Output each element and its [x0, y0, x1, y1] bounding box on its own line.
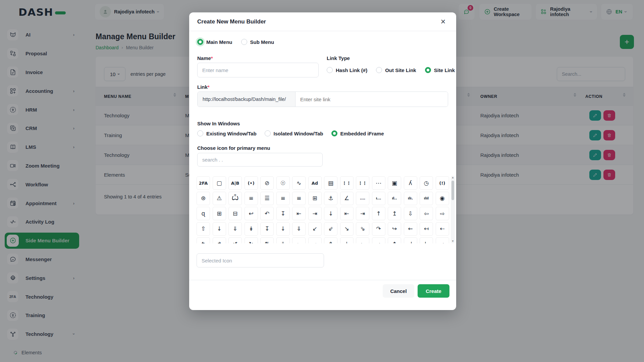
- site-link-input[interactable]: [296, 92, 448, 107]
- archive-icon-tile[interactable]: ⊟: [228, 207, 242, 220]
- ad-2-icon-tile[interactable]: ▤: [324, 176, 337, 190]
- arrow-narrow-up-icon-tile[interactable]: ↑: [388, 237, 401, 243]
- arrow-big-down-icon-tile[interactable]: ⇩: [404, 207, 417, 220]
- radio-option-sub-menu[interactable]: Sub Menu: [241, 39, 274, 45]
- antenna-bars-4-icon-tile[interactable]: ılı.: [404, 192, 417, 205]
- radio-option-existing-window-tab[interactable]: Existing Window/Tab: [197, 130, 257, 136]
- radio-icon[interactable]: [376, 67, 382, 73]
- arrow-right-icon-tile[interactable]: →: [436, 237, 449, 243]
- arrow-forward-icon-tile[interactable]: ↷: [372, 222, 385, 236]
- arrow-back-icon-tile[interactable]: ↩: [245, 207, 258, 220]
- radio-icon[interactable]: [241, 39, 247, 45]
- alert-circle-icon-tile[interactable]: (!): [436, 176, 449, 190]
- antenna-bars-2-icon-tile[interactable]: ı...: [372, 192, 385, 205]
- radio-icon[interactable]: [265, 130, 271, 136]
- arrow-bar-down-icon-tile[interactable]: ↧: [276, 207, 290, 220]
- scrollbar-thumb[interactable]: [451, 181, 454, 200]
- adjustments-alt-icon-tile[interactable]: ⋮⋮: [356, 176, 369, 190]
- anchor-icon-tile[interactable]: ⚓: [324, 192, 337, 205]
- radio-option-main-menu[interactable]: Main Menu: [197, 39, 232, 45]
- arrow-down-right-circle-icon-tile[interactable]: ⇘: [356, 222, 369, 236]
- arrow-bar-to-right-icon-tile[interactable]: ⇥: [356, 207, 369, 220]
- close-icon[interactable]: ×: [437, 16, 449, 27]
- radio-icon[interactable]: [327, 67, 333, 73]
- antenna-bars-3-icon-tile[interactable]: ıl..: [388, 192, 401, 205]
- arrow-bottom-circle-icon-tile[interactable]: ⇓: [228, 222, 242, 236]
- radio-icon[interactable]: [197, 130, 203, 136]
- name-input[interactable]: [197, 63, 319, 77]
- arrow-down-circle-icon-tile[interactable]: ⇓: [292, 222, 306, 236]
- ad-icon-tile[interactable]: Ad: [308, 176, 322, 190]
- create-button[interactable]: Create: [418, 284, 449, 298]
- arrow-left-icon-tile[interactable]: ←: [404, 222, 417, 236]
- align-justified-icon-tile[interactable]: ☰: [260, 192, 274, 205]
- radio-option-embedded-iframe[interactable]: Embedded iFrame: [331, 130, 384, 136]
- arrow-left-bar-icon-tile[interactable]: ↤: [420, 222, 433, 236]
- arrow-bottom-bar-icon-tile[interactable]: ↓: [213, 222, 226, 236]
- arrow-bar-up-icon-tile[interactable]: ↥: [388, 207, 401, 220]
- align-center-icon-tile[interactable]: ≡: [245, 192, 258, 205]
- arrow-bar-to-down-icon-tile[interactable]: ↓: [324, 207, 337, 220]
- a-b-2-icon-tile[interactable]: ▢: [213, 176, 226, 190]
- arrow-move-up-icon-tile[interactable]: ⇑: [324, 237, 337, 243]
- arrow-ramp-right-icon-tile[interactable]: ↳: [420, 237, 433, 243]
- arrow-narrow-right-icon-tile[interactable]: →: [372, 237, 385, 243]
- ambulance-icon-tile[interactable]: ⊞: [308, 192, 322, 205]
- adjustments-horizontal-icon-tile[interactable]: ⋯: [372, 176, 385, 190]
- arrow-narrow-left-icon-tile[interactable]: ←: [356, 237, 369, 243]
- radio-icon[interactable]: [197, 39, 203, 45]
- affiliate-icon-tile[interactable]: ʎ: [404, 176, 417, 190]
- arrow-loop-right-icon-tile[interactable]: ↻: [245, 237, 258, 243]
- arrow-forward-up-icon-tile[interactable]: ↪: [388, 222, 401, 236]
- 2fa-icon-tile[interactable]: 2FA: [197, 176, 210, 190]
- radio-option-out-site-link[interactable]: Out Site Link: [376, 67, 416, 73]
- apple-icon-tile[interactable]: ɋ: [197, 207, 210, 220]
- arrow-down-left-icon-tile[interactable]: ↙: [308, 222, 322, 236]
- radio-option-site-link[interactable]: Site Link: [425, 67, 455, 73]
- activity-icon-tile[interactable]: ∿: [292, 176, 306, 190]
- arrow-big-left-icon-tile[interactable]: ⇦: [420, 207, 433, 220]
- arrow-move-left-icon-tile[interactable]: ⇐: [292, 237, 306, 243]
- arrow-loop-left-icon-tile[interactable]: ↺: [228, 237, 242, 243]
- radio-option-hash-link[interactable]: Hash Link (#): [327, 67, 367, 73]
- arrow-narrow-down-icon-tile[interactable]: ↓: [340, 237, 354, 243]
- arrow-bar-to-up-icon-tile[interactable]: ↑: [372, 207, 385, 220]
- arrow-bottom-tail-icon-tile[interactable]: ↧: [260, 222, 274, 236]
- angle-icon-tile[interactable]: ∠: [340, 192, 354, 205]
- arrow-big-up-icon-tile[interactable]: ⇧: [197, 222, 210, 236]
- icon-search-input[interactable]: [197, 153, 323, 167]
- antenna-bars-1-icon-tile[interactable]: ....: [356, 192, 369, 205]
- align-right-icon-tile[interactable]: ≡: [292, 192, 306, 205]
- scroll-up-icon[interactable]: ▲: [451, 176, 455, 180]
- radio-icon[interactable]: [331, 130, 337, 136]
- arrow-down-icon-tile[interactable]: ↓: [276, 222, 290, 236]
- alert-triangle-icon-tile[interactable]: ⚠: [213, 192, 226, 205]
- arrow-move-down-icon-tile[interactable]: ⇓: [276, 237, 290, 243]
- arrow-left-tail-icon-tile[interactable]: ↱: [213, 237, 226, 243]
- arrow-bar-right-icon-tile[interactable]: ⇥: [308, 207, 322, 220]
- icon-grid-scrollbar[interactable]: ▲ ▼: [451, 176, 455, 243]
- arrow-bar-left-icon-tile[interactable]: ⇤: [292, 207, 306, 220]
- scroll-down-icon[interactable]: ▼: [451, 239, 455, 243]
- aerial-lift-icon-tile[interactable]: ▣: [388, 176, 401, 190]
- arrow-bottom-square-icon-tile[interactable]: ↡: [245, 222, 258, 236]
- access-point-icon-tile[interactable]: (•): [245, 176, 258, 190]
- aperture-icon-tile[interactable]: ◉: [436, 192, 449, 205]
- radio-icon[interactable]: [425, 67, 431, 73]
- alien-icon-tile[interactable]: Ѽ: [228, 192, 242, 205]
- arrow-bar-to-left-icon-tile[interactable]: ⇤: [340, 207, 354, 220]
- arrow-back-up-icon-tile[interactable]: ↶: [260, 207, 274, 220]
- arrow-left-square-icon-tile[interactable]: ↰: [197, 237, 210, 243]
- arrow-down-right-icon-tile[interactable]: ↘: [340, 222, 354, 236]
- arrow-left-circle-icon-tile[interactable]: ⇠: [436, 222, 449, 236]
- access-point-off-icon-tile[interactable]: ⊘: [260, 176, 274, 190]
- selected-icon-input[interactable]: [197, 253, 324, 267]
- adjustments-icon-tile[interactable]: ⋮⋮: [340, 176, 354, 190]
- alarm-icon-tile[interactable]: ◷: [420, 176, 433, 190]
- a-b-icon-tile[interactable]: A|B: [228, 176, 242, 190]
- arrow-ramp-left-icon-tile[interactable]: ↲: [404, 237, 417, 243]
- radio-option-isolated-window-tab[interactable]: Isolated Window/Tab: [265, 130, 323, 136]
- arrow-merge-icon-tile[interactable]: ⇅: [260, 237, 274, 243]
- cancel-button[interactable]: Cancel: [383, 284, 414, 298]
- alert-octagon-icon-tile[interactable]: ⊛: [197, 192, 210, 205]
